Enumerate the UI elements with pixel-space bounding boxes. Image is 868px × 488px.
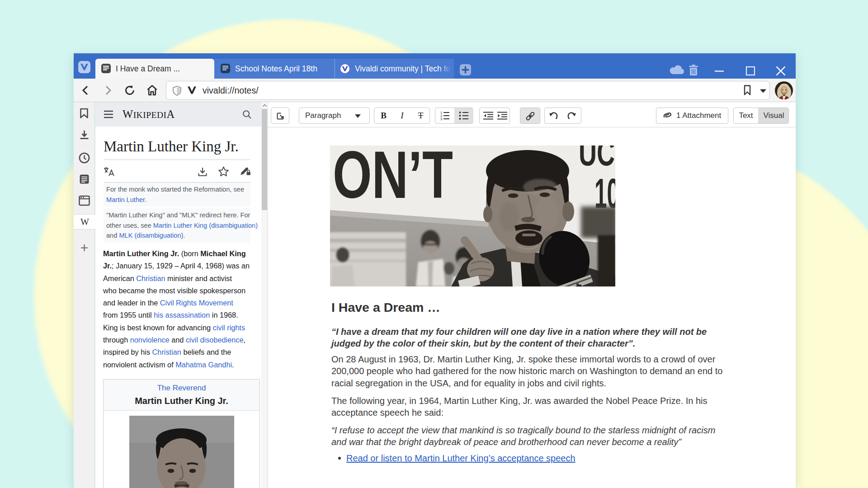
svg-text:UC: UC (579, 145, 615, 173)
svg-text:3: 3 (440, 117, 442, 120)
svg-text:ON’T: ON’T (333, 145, 453, 212)
